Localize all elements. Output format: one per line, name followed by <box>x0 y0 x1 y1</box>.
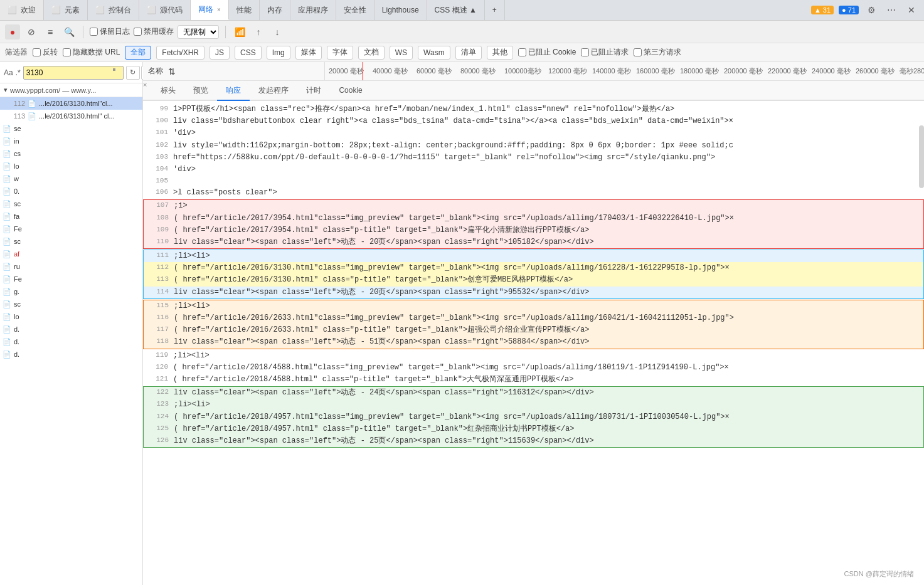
hide-data-url-input[interactable] <box>63 48 71 56</box>
detail-tab-response[interactable]: 响应 <box>217 81 250 101</box>
line-num-106: 106 <box>148 187 168 198</box>
tab-network-close[interactable]: × <box>217 6 221 13</box>
sort-icon[interactable]: ⇅ <box>168 66 176 76</box>
request-item-fe1[interactable]: 📄 Fe <box>0 223 142 235</box>
search-refresh-btn[interactable]: ↻ <box>126 66 140 80</box>
request-item-0[interactable]: 📄 0. <box>0 185 142 198</box>
request-item-fa[interactable]: 📄 fa <box>0 210 142 223</box>
filter-ws-btn[interactable]: WS <box>390 46 413 60</box>
code-line-106: 106 >l class="posts clear"> <box>143 187 924 199</box>
request-item-d3[interactable]: 📄 d. <box>0 348 142 361</box>
file-icon-lo: 📄 <box>3 162 11 171</box>
filter-fetch-xhr-btn[interactable]: Fetch/XHR <box>156 46 204 60</box>
request-item-sc2[interactable]: 📄 sc <box>0 235 142 248</box>
request-item-lo[interactable]: 📄 lo <box>0 160 142 172</box>
tab-security[interactable]: 安全性 <box>336 0 374 20</box>
disable-cache-input[interactable] <box>134 28 142 36</box>
request-item-lo2[interactable]: 📄 lo <box>0 310 142 323</box>
throttle-select[interactable]: 无限制 <box>178 25 219 39</box>
filter-js-btn[interactable]: JS <box>210 46 230 60</box>
tab-sources[interactable]: ⬜ 源代码 <box>139 0 191 20</box>
tab-css-overview-label: CSS 概述 ▲ <box>435 5 477 16</box>
third-party-label: 第三方请求 <box>644 47 681 58</box>
request-item-d1[interactable]: 📄 d. <box>0 323 142 335</box>
settings-btn[interactable]: ⚙ <box>864 3 879 18</box>
request-item-w[interactable]: 📄 w <box>0 172 142 185</box>
filter-font-btn[interactable]: 字体 <box>327 46 353 60</box>
third-party-checkbox[interactable]: 第三方请求 <box>634 47 681 58</box>
filter-wasm-btn[interactable]: Wasm <box>418 46 450 60</box>
tab-add[interactable]: + <box>485 0 505 20</box>
code-line-117: 117 ( href="/article/2016/2633.html" cla… <box>144 324 923 336</box>
detail-tab-initiator[interactable]: 发起程序 <box>250 81 297 101</box>
upload-btn[interactable]: ↑ <box>251 24 266 40</box>
clear-btn[interactable]: ⊘ <box>24 24 39 40</box>
tab-css-overview[interactable]: CSS 概述 ▲ <box>427 0 485 20</box>
disable-cache-checkbox[interactable]: 禁用缓存 <box>134 26 174 37</box>
blocked-requests-input[interactable] <box>581 48 589 56</box>
blocked-cookies-checkbox[interactable]: 已阻止 Cookie <box>518 47 576 58</box>
tab-console[interactable]: ⬜ 控制台 <box>88 0 139 20</box>
blocked-cookies-input[interactable] <box>518 48 526 56</box>
code-line-119: 119 ;li><li> <box>143 350 924 362</box>
file-icon-ru: 📄 <box>3 263 11 271</box>
record-btn[interactable]: ● <box>5 24 20 40</box>
blocked-cookies-label: 已阻止 Cookie <box>528 47 576 58</box>
filter-doc-btn[interactable]: 文档 <box>358 46 385 60</box>
detail-tab-timing[interactable]: 计时 <box>297 81 330 101</box>
detail-tab-preview[interactable]: 预览 <box>184 81 217 101</box>
tab-lighthouse[interactable]: Lighthouse <box>374 0 427 20</box>
request-item-sc3[interactable]: 📄 sc <box>0 298 142 310</box>
request-item-g[interactable]: 📄 g. <box>0 285 142 298</box>
invert-checkbox[interactable]: 反转 <box>33 47 58 58</box>
filter-media-btn[interactable]: 媒体 <box>295 46 322 60</box>
request-item-cs[interactable]: 📄 cs <box>0 147 142 160</box>
tab-network[interactable]: 网络 × <box>191 0 229 20</box>
wifi-icon[interactable]: 📶 <box>232 24 247 40</box>
hide-data-url-checkbox[interactable]: 隐藏数据 URL <box>63 47 120 58</box>
scrollbar-indicator[interactable] <box>919 125 924 188</box>
invert-input[interactable] <box>33 48 41 56</box>
detail-close-btn[interactable]: × <box>143 81 147 100</box>
search-input[interactable] <box>23 66 124 80</box>
preserve-log-checkbox[interactable]: 保留日志 <box>90 26 130 37</box>
filter-img-btn[interactable]: Img <box>267 46 290 60</box>
code-text-109: ( href="/article/2017/3954.html" class="… <box>174 224 918 236</box>
tab-application[interactable]: 应用程序 <box>290 0 336 20</box>
filter-manifest-btn[interactable]: 清单 <box>455 46 482 60</box>
request-item-112[interactable]: 112 📄 ...le/2016/3130.html"cl... <box>0 97 142 110</box>
request-item-fe2[interactable]: 📄 Fe <box>0 273 142 285</box>
filter-other-btn[interactable]: 其他 <box>487 46 513 60</box>
filter-css-btn[interactable]: CSS <box>235 46 262 60</box>
request-item-113[interactable]: 113 📄 ...le/2016/3130.html" cl... <box>0 110 142 122</box>
filter-toggle-btn[interactable]: ≡ <box>43 24 58 40</box>
download-btn[interactable]: ↓ <box>270 24 285 40</box>
line-num-111: 111 <box>149 250 169 261</box>
request-item-in[interactable]: 📄 in <box>0 135 142 147</box>
code-line-102: 102 liv style="width:1162px;margin-botto… <box>143 140 924 152</box>
filter-all-btn[interactable]: 全部 <box>125 46 151 60</box>
request-item-d2[interactable]: 📄 d. <box>0 335 142 348</box>
close-devtools-btn[interactable]: ✕ <box>904 3 919 18</box>
line-num-109: 109 <box>149 224 169 236</box>
code-text-107: ;i> <box>174 200 918 212</box>
tab-elements[interactable]: ⬜ 元素 <box>44 0 88 20</box>
search-btn[interactable]: 🔍 <box>61 24 77 40</box>
preserve-log-input[interactable] <box>90 28 98 36</box>
third-party-input[interactable] <box>634 48 642 56</box>
request-item-se[interactable]: 📄 se <box>0 122 142 135</box>
other-requests-list[interactable]: 📄 se 📄 in 📄 cs 📄 lo 📄 w 📄 0. <box>0 122 142 585</box>
more-btn[interactable]: ⋯ <box>884 3 899 18</box>
file-icon-in: 📄 <box>3 137 11 145</box>
detail-tab-headers[interactable]: 标头 <box>152 81 184 101</box>
blocked-requests-checkbox[interactable]: 已阻止请求 <box>581 47 629 58</box>
request-item-af[interactable]: 📄 af <box>0 248 142 260</box>
detail-tab-cookies[interactable]: Cookie <box>330 81 371 101</box>
code-area[interactable]: 99 1>PPT模板</h1><span class="rec">推存</spa… <box>143 101 924 585</box>
tab-welcome[interactable]: ⬜ 欢迎 <box>0 0 44 20</box>
domain-group[interactable]: ▾ www.ypppt.com/ — www.y... <box>0 83 142 97</box>
request-item-sc[interactable]: 📄 sc <box>0 198 142 210</box>
request-item-ru[interactable]: 📄 ru <box>0 260 142 273</box>
tab-performance[interactable]: 性能 <box>229 0 260 20</box>
tab-memory[interactable]: 内存 <box>260 0 290 20</box>
